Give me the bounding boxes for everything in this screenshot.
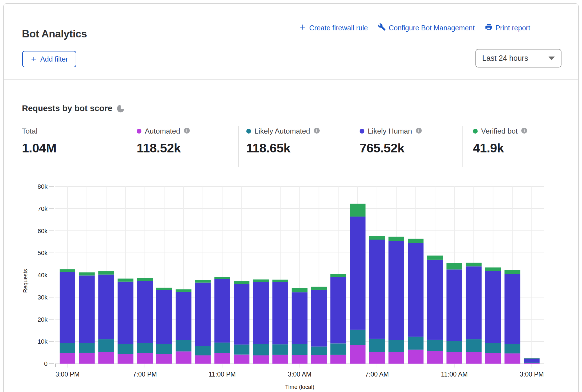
bar-segment-verified-bot	[350, 204, 366, 217]
axis-label: 7:00 AM	[365, 371, 389, 378]
axis-label: 3:00 PM	[55, 371, 80, 378]
create-firewall-rule-link[interactable]: Create firewall rule	[299, 23, 368, 33]
stat-likely-automated: Likely Automated 118.65k	[246, 126, 348, 156]
action-label: Create firewall rule	[309, 24, 368, 32]
bar-segment-automated	[466, 352, 482, 364]
bar-segment-likely-human	[466, 266, 482, 339]
stat-value: 1.04M	[22, 141, 123, 156]
bar-segment-likely-human	[524, 359, 540, 362]
printer-icon	[485, 23, 493, 33]
axis-label: 10k	[38, 338, 48, 345]
bar-segment-automated	[272, 355, 288, 364]
bar-segment-likely-human	[79, 276, 95, 343]
bar-segment-likely-human	[446, 269, 462, 341]
plus-icon	[30, 56, 37, 62]
legend-dot-automated	[137, 129, 141, 134]
bar-segment-likely-automated	[427, 340, 443, 351]
bar-segment-automated	[137, 353, 153, 364]
bar-segment-automated	[330, 355, 346, 364]
add-filter-button[interactable]: Add filter	[22, 51, 76, 67]
bar-segment-likely-automated	[311, 346, 327, 355]
bar-segment-likely-human	[98, 274, 114, 339]
bar-segment-verified-bot	[369, 236, 385, 240]
stat-total: Total 1.04M	[22, 126, 123, 156]
bar-segment-likely-human	[60, 272, 75, 343]
print-report-link[interactable]: Print report	[485, 23, 530, 33]
bar-segment-likely-automated	[234, 344, 249, 354]
time-range-value: Last 24 hours	[482, 54, 549, 63]
stat-label: Total	[22, 127, 37, 136]
axis-label: 20k	[38, 316, 48, 323]
bar-segment-verified-bot	[272, 280, 288, 282]
bar-segment-automated	[292, 355, 308, 364]
info-icon[interactable]	[521, 127, 527, 135]
stat-value: 118.65k	[246, 141, 348, 156]
bar-segment-likely-human	[137, 281, 153, 343]
configure-bot-management-link[interactable]: Configure Bot Management	[378, 23, 475, 33]
bar-segment-verified-bot	[485, 267, 501, 271]
bar-segment-automated	[485, 353, 501, 364]
bar-segment-verified-bot	[504, 270, 520, 274]
axis-label: 7:00 PM	[133, 371, 157, 378]
requests-by-bot-score-chart[interactable]: 010k20k30k40k50k60k70k80k3:00 PM7:00 PM1…	[0, 177, 582, 392]
bar-segment-verified-bot	[253, 280, 269, 282]
bar-segment-verified-bot	[292, 288, 308, 292]
info-icon[interactable]	[184, 127, 190, 135]
stat-label: Likely Automated	[254, 127, 310, 136]
bar-segment-automated	[214, 353, 230, 364]
stat-value: 118.52k	[137, 141, 238, 156]
axis-label: 3:00 AM	[288, 371, 311, 378]
bar-segment-verified-bot	[234, 281, 249, 284]
action-label: Configure Bot Management	[389, 24, 475, 32]
axis-label: 0	[44, 360, 48, 367]
bar-segment-verified-bot	[118, 279, 133, 282]
bar-segment-verified-bot	[427, 256, 443, 260]
legend-dot-likely-human	[360, 129, 364, 134]
bar-segment-likely-human	[176, 292, 191, 340]
bar-segment-verified-bot	[524, 358, 540, 359]
bot-analytics-card: Bot Analytics Create firewall rule Confi…	[3, 3, 579, 392]
info-icon[interactable]	[313, 127, 320, 135]
axis-label: 11:00 AM	[441, 371, 468, 378]
bar-segment-automated	[408, 350, 423, 364]
bar-segment-likely-human	[234, 284, 249, 344]
header-divider	[4, 79, 578, 80]
section-title: Requests by bot score	[22, 103, 112, 113]
bar-segment-likely-human	[389, 241, 404, 340]
bar-segment-verified-bot	[408, 239, 423, 243]
bar-segment-likely-automated	[389, 340, 404, 352]
bar-segment-automated	[253, 355, 269, 364]
bar-segment-automated	[98, 352, 114, 364]
bar-segment-likely-automated	[118, 344, 133, 354]
bar-segment-likely-human	[427, 260, 443, 340]
bar-segment-automated	[176, 352, 191, 364]
bar-segment-likely-human	[369, 240, 385, 339]
stat-divider	[349, 126, 349, 167]
stat-value: 41.9k	[473, 141, 574, 156]
axis-label: Requests	[22, 269, 28, 293]
bar-segment-likely-human	[156, 290, 172, 344]
bar-segment-automated	[504, 353, 520, 364]
bar-segment-verified-bot	[214, 277, 230, 279]
axis-label: 40k	[38, 272, 48, 279]
section-title-row: Requests by bot score	[22, 103, 126, 113]
axis-label: 70k	[38, 205, 48, 212]
bar-segment-verified-bot	[389, 237, 404, 241]
time-range-select[interactable]: Last 24 hours	[475, 49, 561, 67]
header-actions: Create firewall rule Configure Bot Manag…	[299, 21, 530, 35]
bar-segment-automated	[156, 354, 172, 364]
bar-segment-automated	[234, 355, 249, 364]
bar-segment-automated	[389, 352, 404, 364]
bar-segment-automated	[60, 353, 75, 364]
info-icon[interactable]	[416, 127, 422, 135]
bar-segment-likely-automated	[176, 340, 191, 352]
action-label: Print report	[495, 24, 530, 32]
bar-segment-likely-human	[408, 243, 423, 337]
bar-segment-verified-bot	[98, 271, 114, 275]
bar-segment-likely-automated	[485, 343, 501, 353]
bar-segment-likely-automated	[272, 344, 288, 355]
bar-segment-verified-bot	[311, 287, 327, 290]
axis-label: 50k	[38, 249, 48, 256]
bar-segment-automated	[369, 352, 385, 364]
wrench-icon	[378, 23, 386, 33]
